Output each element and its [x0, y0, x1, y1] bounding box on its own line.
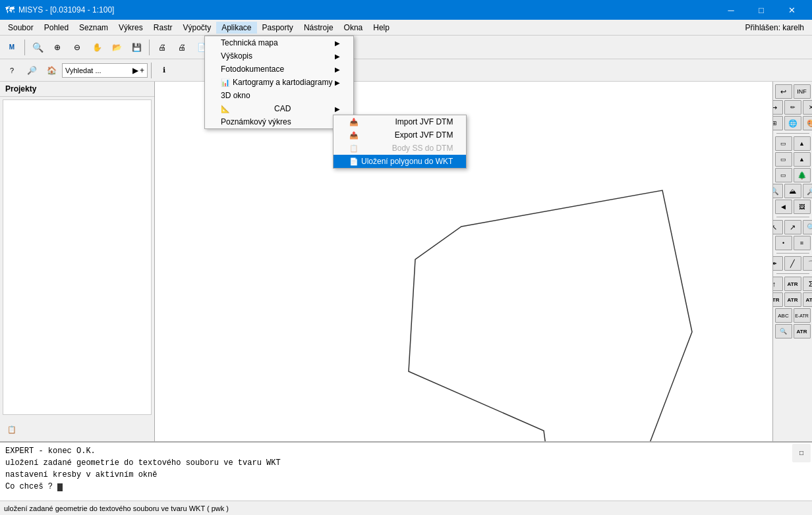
menu-rastr[interactable]: Rastr — [148, 22, 178, 34]
rt-curve[interactable]: ⌒ — [803, 256, 813, 271]
cad-import-jvf[interactable]: 📥 Import JVF DTM — [334, 115, 466, 128]
aplikace-menu: Technická mapa ▶ Výškopis ▶ Fotodokument… — [204, 36, 354, 129]
rt-sigma[interactable]: Σ — [803, 277, 813, 291]
login-info: Přihlášen: karelh — [745, 23, 809, 32]
rt-lines[interactable]: ≡ — [794, 236, 811, 250]
tb-zoom-extent[interactable]: 🔍 — [28, 38, 47, 57]
toolbar-misys-logo[interactable]: M — [3, 38, 21, 57]
menu-vykres[interactable]: Výkres — [113, 22, 148, 34]
tb-help-cursor[interactable]: ? — [3, 61, 21, 80]
rt-info[interactable]: INF — [794, 84, 811, 99]
rt-back[interactable]: ◀ — [775, 200, 792, 214]
rt-scan[interactable]: ⊞ — [772, 116, 783, 130]
menu-pasporty[interactable]: Pasporty — [257, 22, 299, 34]
menu-vyskopis[interactable]: Výškopis ▶ — [205, 49, 353, 63]
rt-img[interactable]: 🖼 — [794, 200, 811, 214]
close-button[interactable]: ✕ — [776, 0, 807, 20]
tb-identify[interactable]: ℹ — [155, 61, 173, 80]
rt-palette[interactable]: 🎨 — [803, 116, 813, 130]
rt-atr[interactable]: ATR — [784, 277, 801, 291]
rt-find2[interactable]: 🔍 — [803, 220, 813, 234]
toolbar-sep1 — [24, 40, 25, 55]
console-resize-btn[interactable]: □ — [792, 444, 811, 462]
rt-undo[interactable]: ↩ — [775, 84, 792, 99]
menu-vypocty[interactable]: Výpočty — [177, 22, 216, 34]
console-line4: Co chceš ? — [5, 481, 807, 493]
menu-soubor[interactable]: Soubor — [3, 22, 39, 34]
arrow-icon: ▶ — [335, 66, 340, 73]
rt-cursor[interactable]: ↖ — [772, 220, 783, 234]
search-input[interactable] — [65, 67, 131, 74]
tb-print[interactable]: 🖨 — [173, 38, 191, 57]
rt-globe2[interactable]: 🌐 — [784, 116, 801, 130]
cad-export-jvf[interactable]: 📤 Export JVF DTM — [334, 128, 466, 142]
cad-ulozeni-polygonu[interactable]: 📄 Uložení polygonu do WKT — [334, 155, 466, 168]
menu-help[interactable]: Help — [368, 22, 395, 34]
rt-atr3[interactable]: ATR — [784, 292, 801, 307]
minimize-button[interactable]: ─ — [716, 0, 746, 20]
rt-abc[interactable]: ABC — [775, 308, 792, 323]
tb-save[interactable]: 💾 — [127, 38, 146, 57]
rt-tree[interactable]: 🌲 — [794, 168, 811, 182]
tb-zoom-out[interactable]: ⊖ — [68, 38, 86, 57]
rt-dot[interactable]: • — [775, 236, 792, 250]
rt-row12: ↑ ATR Σ — [772, 277, 812, 291]
menu-okna[interactable]: Okna — [339, 22, 368, 34]
maximize-button[interactable]: □ — [746, 0, 776, 20]
arrow-icon: ▶ — [335, 40, 340, 47]
rt-rect2[interactable]: ▭ — [775, 152, 792, 167]
rt-row7: 🔍 ⛰ 🔎 — [772, 184, 812, 198]
menu-seznam[interactable]: Seznam — [74, 22, 113, 34]
menu-aplikace[interactable]: Aplikace — [216, 22, 256, 34]
left-bottom-toolbar: 📋 — [0, 418, 154, 441]
rt-redo[interactable]: ↪ — [772, 100, 783, 115]
menu-3d-okno[interactable]: 3D okno — [205, 89, 353, 102]
console-text3: nastavení kresby v aktivním okně — [5, 470, 157, 479]
console-text1: EXPERT - konec O.K. — [5, 447, 96, 456]
menu-pohled[interactable]: Pohled — [39, 22, 74, 34]
tb-print-preview[interactable]: 🖨 — [153, 38, 171, 57]
rt-up2[interactable]: ▲ — [794, 152, 811, 167]
rt-edit[interactable]: ✏ — [784, 100, 801, 115]
tb-left-action[interactable]: 📋 — [3, 420, 21, 439]
rt-row14: ABC E-ATR — [775, 308, 811, 323]
rt-pen[interactable]: ✒ — [772, 256, 783, 271]
rt-up[interactable]: ▲ — [794, 136, 811, 151]
rt-zoom-in2[interactable]: 🔍 — [772, 184, 783, 198]
tb-home[interactable]: 🏠 — [42, 61, 61, 80]
rt-arrow-up[interactable]: ↑ — [772, 277, 783, 291]
menu-bar: Soubor Pohled Seznam Výkres Rastr Výpočt… — [0, 20, 812, 36]
rt-atr2[interactable]: ATR — [772, 292, 783, 307]
menu-technicka-mapa[interactable]: Technická mapa ▶ — [205, 36, 353, 49]
search-go-icon[interactable]: ▶ — [132, 66, 138, 75]
rt-e-atr[interactable]: E-ATR — [794, 308, 811, 323]
menu-kartogramy[interactable]: 📊 Kartogramy a kartodiagramy ▶ — [205, 76, 353, 89]
title-bar-controls[interactable]: ─ □ ✕ — [716, 0, 807, 20]
menu-poznamkovy[interactable]: Poznámkový výkres ▶ — [205, 115, 353, 128]
tb-zoom-in[interactable]: ⊕ — [48, 38, 67, 57]
title-bar-left: 🗺 MISYS - [0.031094 - 1:100] — [5, 5, 114, 15]
rt-x[interactable]: ✕ — [803, 100, 813, 115]
rt-rect-select[interactable]: ▭ — [775, 136, 792, 151]
rt-zoom-out2[interactable]: 🔎 — [803, 184, 813, 198]
rt-mountain[interactable]: ⛰ — [784, 184, 801, 198]
map-polygon — [409, 190, 692, 441]
tb-find[interactable]: 🔎 — [22, 61, 41, 80]
rt-select[interactable]: ↗ — [784, 220, 801, 234]
rt-search-atr[interactable]: 🔍 — [775, 324, 792, 339]
menu-nastroje[interactable]: Nástroje — [299, 22, 339, 34]
rt-row13: ATR ATR ATR — [772, 292, 812, 307]
menu-cad[interactable]: 📐 CAD ▶ — [205, 102, 353, 115]
search-add-icon[interactable]: + — [140, 66, 144, 75]
rt-rect3[interactable]: ▭ — [775, 168, 792, 182]
title-text: MISYS - [0.031094 - 1:100] — [18, 5, 114, 14]
tb-open[interactable]: 📂 — [107, 38, 126, 57]
rt-atr5[interactable]: ATR — [794, 324, 811, 339]
cad-submenu: 📥 Import JVF DTM 📤 Export JVF DTM 📋 Body… — [333, 115, 467, 169]
tb-pan[interactable]: ✋ — [88, 38, 106, 57]
console-text2: uložení zadané geometrie do textového so… — [5, 458, 281, 468]
rt-row4: ▭ ▲ — [775, 136, 811, 151]
menu-fotodokumentace[interactable]: Fotodokumentace ▶ — [205, 63, 353, 76]
rt-line[interactable]: ╱ — [784, 256, 801, 271]
rt-atr4[interactable]: ATR — [803, 292, 813, 307]
